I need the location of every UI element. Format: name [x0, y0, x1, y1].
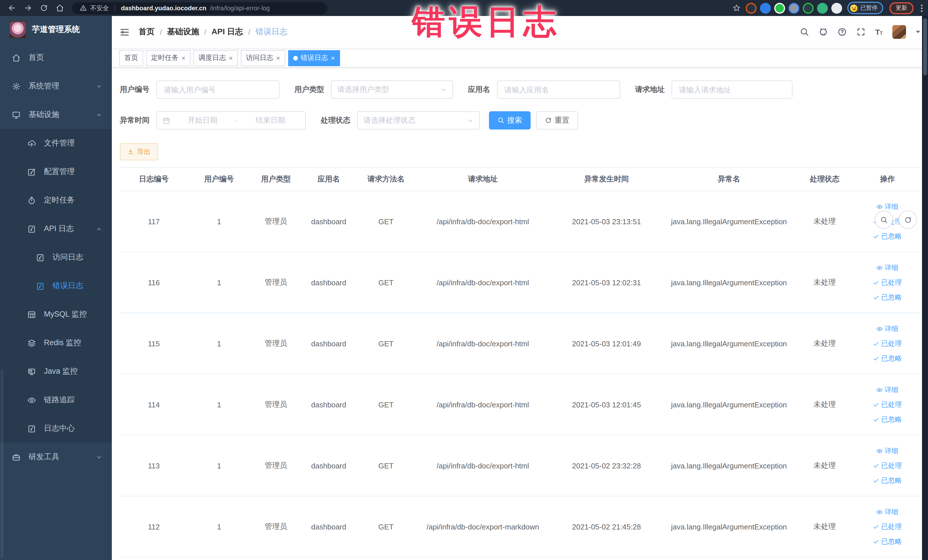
tag-错误日志[interactable]: 错误日志× — [288, 50, 340, 66]
toggle-search-button[interactable] — [875, 211, 893, 229]
monitor-icon — [12, 110, 21, 119]
sidebar-item-系统管理[interactable]: 系统管理 — [0, 72, 112, 101]
sidebar-item-日志中心[interactable]: 日志中心 — [0, 414, 112, 443]
action-详细[interactable]: 详细 — [877, 507, 898, 517]
refresh-table-button[interactable] — [899, 211, 917, 229]
font-size-icon[interactable]: TT — [875, 28, 883, 36]
check-icon — [873, 340, 879, 346]
eye-icon — [877, 264, 883, 271]
sidebar-scrollbar[interactable] — [1, 370, 3, 558]
close-icon[interactable]: × — [276, 55, 280, 61]
avatar[interactable] — [892, 25, 906, 39]
sidebar-toggle-icon[interactable] — [120, 27, 130, 37]
reset-button[interactable]: 重置 — [536, 111, 578, 130]
sidebar-item-配置管理[interactable]: 配置管理 — [0, 157, 112, 186]
chevron-down-icon[interactable] — [916, 31, 920, 35]
action-已处理[interactable]: 已处理 — [873, 339, 902, 348]
check-icon — [873, 233, 879, 240]
date-range-picker[interactable]: 开始日期 - 结束日期 — [156, 111, 306, 130]
ext-leaf-icon[interactable] — [818, 4, 827, 12]
close-icon[interactable]: × — [182, 55, 185, 61]
user-type-select[interactable]: 请选择用户类型 — [331, 81, 453, 99]
sidebar-item-api-日志[interactable]: API 日志 — [0, 215, 112, 243]
ext-blue-shield-icon[interactable] — [761, 4, 770, 12]
request-url-input[interactable] — [672, 81, 792, 99]
cell-user_id: 1 — [188, 374, 250, 435]
action-详细[interactable]: 详细 — [877, 324, 898, 334]
forward-icon[interactable] — [24, 4, 32, 12]
action-已处理[interactable]: 已处理 — [873, 522, 902, 531]
breadcrumb-item[interactable]: API 日志 — [212, 27, 243, 37]
cell-user_type: 管理员 — [250, 374, 302, 435]
breadcrumb-item[interactable]: 首页 — [139, 27, 155, 37]
cell-status: 未处理 — [795, 435, 855, 496]
filter-label: 异常时间 — [120, 115, 150, 125]
warning-icon — [80, 5, 87, 11]
action-详细[interactable]: 详细 — [877, 446, 898, 456]
browser-home-icon[interactable] — [56, 4, 64, 12]
sidebar-item-错误日志[interactable]: 错误日志 — [0, 272, 112, 300]
ext-grid-icon[interactable] — [790, 4, 798, 12]
github-icon[interactable] — [819, 27, 828, 37]
sidebar-item-首页[interactable]: 首页 — [0, 43, 112, 72]
cell-actions: 详细已处理已忽略 — [855, 374, 920, 435]
back-icon[interactable] — [8, 4, 16, 12]
action-已处理[interactable]: 已处理 — [873, 400, 902, 409]
filter-label: 处理状态 — [321, 115, 350, 125]
ext-orange-ring-icon[interactable] — [747, 4, 756, 12]
update-button[interactable]: 更新 — [890, 2, 913, 14]
sidebar-item-java-监控[interactable]: Java 监控 — [0, 357, 112, 386]
search-icon[interactable] — [800, 27, 809, 37]
action-已忽略[interactable]: 已忽略 — [873, 537, 902, 546]
check-icon — [873, 538, 879, 545]
table-row: 1121管理员dashboardGET/api/infra/db-doc/exp… — [120, 496, 920, 557]
ext-on-badge-icon[interactable] — [804, 4, 812, 12]
action-已忽略[interactable]: 已忽略 — [873, 415, 902, 424]
bookmark-star-icon[interactable] — [733, 4, 740, 12]
action-已忽略[interactable]: 已忽略 — [873, 476, 902, 485]
tag-访问日志[interactable]: 访问日志× — [241, 50, 285, 66]
action-详细[interactable]: 详细 — [877, 263, 898, 272]
cell-actions: 详细已处理已忽略 — [855, 313, 920, 374]
scrollbar-thumb[interactable] — [923, 18, 927, 75]
sidebar-item-mysql-监控[interactable]: MySQL 监控 — [0, 300, 112, 329]
tag-首页[interactable]: 首页 — [119, 50, 143, 66]
sidebar-item-链路追踪[interactable]: 链路追踪 — [0, 386, 112, 414]
fullscreen-icon[interactable] — [856, 27, 865, 37]
sidebar-item-文件管理[interactable]: 文件管理 — [0, 129, 112, 157]
close-icon[interactable]: × — [229, 55, 233, 61]
action-已忽略[interactable]: 已忽略 — [873, 231, 902, 241]
cell-id: 116 — [120, 252, 188, 313]
action-已忽略[interactable]: 已忽略 — [873, 292, 902, 302]
tag-定时任务[interactable]: 定时任务× — [146, 50, 191, 66]
process-status-select[interactable]: 请选择处理状态 — [357, 111, 480, 130]
docs-question-icon[interactable] — [838, 27, 847, 37]
paused-extension-pill[interactable]: 已暂停 — [847, 2, 883, 14]
search-button[interactable]: 搜索 — [489, 111, 531, 130]
cell-app: dashboard — [302, 496, 356, 557]
sidebar-item-定时任务[interactable]: 定时任务 — [0, 186, 112, 215]
logo-row[interactable]: 芋道管理系统 — [0, 16, 112, 43]
action-已忽略[interactable]: 已忽略 — [873, 354, 902, 363]
breadcrumb-item[interactable]: 基础设施 — [167, 27, 199, 37]
close-icon[interactable]: × — [331, 55, 335, 61]
cell-status: 未处理 — [795, 496, 855, 557]
app-name-input[interactable] — [497, 81, 620, 99]
user-id-input[interactable] — [156, 81, 279, 99]
cell-status: 未处理 — [795, 374, 855, 435]
sidebar-item-redis-监控[interactable]: Redis 监控 — [0, 329, 112, 357]
action-已处理[interactable]: 已处理 — [873, 278, 902, 287]
sidebar-item-访问日志[interactable]: 访问日志 — [0, 243, 112, 272]
ext-green-circle-icon[interactable] — [775, 4, 784, 12]
browser-menu-kebab-icon[interactable] — [921, 4, 923, 12]
tag-调度日志[interactable]: 调度日志× — [194, 50, 238, 66]
reload-icon[interactable] — [40, 4, 48, 12]
action-详细[interactable]: 详细 — [877, 385, 898, 395]
export-button[interactable]: 导出 — [120, 143, 158, 160]
action-已处理[interactable]: 已处理 — [873, 461, 902, 470]
extensions-puzzle-icon[interactable] — [832, 4, 841, 12]
action-详细[interactable]: 详细 — [877, 202, 898, 211]
address-bar[interactable]: 不安全 dashboard.yudao.iocoder.cn/infra/log… — [72, 2, 328, 14]
sidebar-item-研发工具[interactable]: 研发工具 — [0, 443, 112, 471]
sidebar-item-基础设施[interactable]: 基础设施 — [0, 101, 112, 129]
